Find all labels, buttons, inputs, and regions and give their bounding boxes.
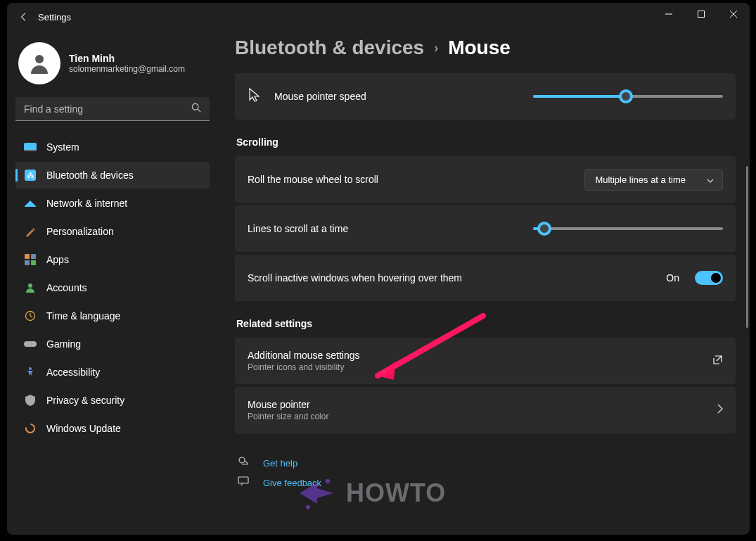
svg-point-1: [35, 55, 44, 63]
sidebar-item-label: Accounts: [46, 282, 87, 293]
setting-label: Scroll inactive windows when hovering ov…: [248, 272, 666, 284]
nav-list: System ⁂ Bluetooth & devices Network & i…: [15, 134, 210, 442]
roll-wheel-dropdown[interactable]: Multiple lines at a time: [584, 169, 723, 191]
scrollbar[interactable]: [746, 166, 748, 328]
search-icon: [191, 103, 201, 115]
sidebar-item-label: Privacy & security: [46, 395, 124, 406]
setting-sub: Pointer size and color: [248, 412, 717, 421]
svg-point-6: [29, 367, 32, 370]
window-title: Settings: [38, 12, 71, 23]
svg-point-7: [26, 424, 34, 433]
pointer-speed-slider[interactable]: [533, 95, 723, 98]
breadcrumb-current: Mouse: [448, 37, 511, 59]
setting-label: Lines to scroll at a time: [248, 223, 533, 234]
setting-sub: Pointer icons and visibility: [248, 362, 712, 372]
sidebar-item-gaming[interactable]: Gaming: [15, 331, 210, 357]
arrow-left-icon: [19, 12, 29, 22]
main-content: Bluetooth & devices › Mouse Mouse pointe…: [218, 31, 750, 535]
sidebar-item-label: Time & language: [46, 310, 120, 322]
svg-point-2: [192, 103, 198, 110]
svg-rect-0: [698, 11, 705, 18]
setting-label: Roll the mouse wheel to scroll: [248, 174, 584, 185]
feedback-row[interactable]: Give feedback: [235, 476, 736, 490]
lines-scroll-row: Lines to scroll at a time: [235, 205, 736, 252]
setting-title: Additional mouse settings: [248, 350, 712, 361]
dropdown-value: Multiple lines at a time: [595, 174, 686, 185]
sidebar-item-label: Personalization: [46, 226, 114, 237]
get-help-row[interactable]: Get help: [235, 456, 736, 470]
profile-email: solomenmarketing@gmail.com: [69, 64, 185, 74]
person-icon: [24, 282, 37, 293]
inactive-scroll-toggle[interactable]: [695, 271, 723, 285]
setting-title: Mouse pointer: [248, 399, 717, 410]
avatar: [18, 42, 60, 84]
close-button[interactable]: [717, 3, 750, 25]
minimize-button[interactable]: [653, 3, 685, 25]
lines-scroll-slider[interactable]: [533, 227, 723, 230]
roll-wheel-row: Roll the mouse wheel to scroll Multiple …: [235, 156, 736, 203]
toggle-state-label: On: [666, 272, 679, 284]
profile-block[interactable]: Tien Minh solomenmarketing@gmail.com: [15, 37, 210, 94]
help-link[interactable]: Get help: [263, 458, 297, 469]
sidebar-item-label: Gaming: [46, 338, 81, 350]
sidebar-item-personalization[interactable]: Personalization: [15, 218, 210, 245]
svg-point-3: [28, 284, 32, 288]
chevron-down-icon: [707, 174, 714, 185]
person-icon: [27, 51, 52, 76]
search-input[interactable]: [24, 103, 191, 115]
back-button[interactable]: [10, 12, 38, 22]
sidebar-item-accessibility[interactable]: Accessibility: [15, 359, 210, 386]
search-box[interactable]: [15, 97, 210, 121]
bluetooth-icon: ⁂: [24, 170, 37, 181]
brush-icon: [24, 226, 37, 237]
svg-rect-9: [238, 477, 248, 483]
mouse-pointer-row[interactable]: Mouse pointer Pointer size and color: [235, 387, 736, 433]
breadcrumb: Bluetooth & devices › Mouse: [235, 37, 736, 59]
breadcrumb-parent[interactable]: Bluetooth & devices: [235, 37, 424, 59]
maximize-button[interactable]: [685, 3, 717, 25]
sidebar-item-label: Accessibility: [46, 367, 100, 378]
additional-mouse-settings-row[interactable]: Additional mouse settings Pointer icons …: [235, 338, 736, 384]
sidebar-item-label: Windows Update: [46, 423, 121, 434]
clock-icon: [24, 310, 37, 322]
sidebar-item-accounts[interactable]: Accounts: [15, 274, 210, 301]
setting-label: Mouse pointer speed: [274, 91, 533, 102]
sidebar-item-label: System: [46, 141, 79, 153]
sidebar-item-bluetooth[interactable]: ⁂ Bluetooth & devices: [15, 162, 210, 189]
titlebar: Settings: [7, 3, 750, 31]
related-header: Related settings: [236, 318, 736, 329]
search: [15, 97, 210, 121]
accessibility-icon: [24, 367, 37, 378]
shield-icon: [24, 395, 37, 406]
chevron-right-icon: ›: [434, 41, 438, 56]
feedback-icon: [238, 476, 252, 490]
open-external-icon: [712, 355, 723, 368]
scrolling-header: Scrolling: [236, 136, 736, 148]
sidebar-item-label: Bluetooth & devices: [46, 170, 134, 181]
sidebar-item-privacy[interactable]: Privacy & security: [15, 387, 210, 414]
sidebar-item-system[interactable]: System: [15, 134, 210, 160]
wifi-icon: [24, 201, 37, 207]
sidebar-item-apps[interactable]: Apps: [15, 246, 210, 273]
inactive-scroll-row: Scroll inactive windows when hovering ov…: [235, 255, 736, 301]
display-icon: [24, 143, 37, 151]
sidebar-item-time[interactable]: Time & language: [15, 303, 210, 329]
profile-name: Tien Minh: [69, 53, 185, 64]
cursor-icon: [248, 87, 267, 106]
window-controls: [653, 3, 750, 25]
sidebar: Tien Minh solomenmarketing@gmail.com Sys…: [7, 31, 218, 535]
svg-rect-5: [24, 341, 37, 347]
gamepad-icon: [24, 340, 37, 348]
apps-icon: [24, 254, 37, 265]
feedback-link[interactable]: Give feedback: [263, 478, 321, 488]
sidebar-item-network[interactable]: Network & internet: [15, 190, 210, 217]
update-icon: [24, 423, 37, 434]
sidebar-item-label: Network & internet: [46, 198, 127, 209]
sidebar-item-label: Apps: [46, 254, 69, 265]
chevron-right-icon: [717, 404, 723, 416]
svg-point-8: [239, 457, 245, 463]
sidebar-item-update[interactable]: Windows Update: [15, 415, 210, 442]
help-icon: [238, 456, 252, 470]
settings-window: Settings Tien Minh solomenmarketing@gmai…: [7, 3, 750, 535]
pointer-speed-row: Mouse pointer speed: [235, 73, 736, 120]
